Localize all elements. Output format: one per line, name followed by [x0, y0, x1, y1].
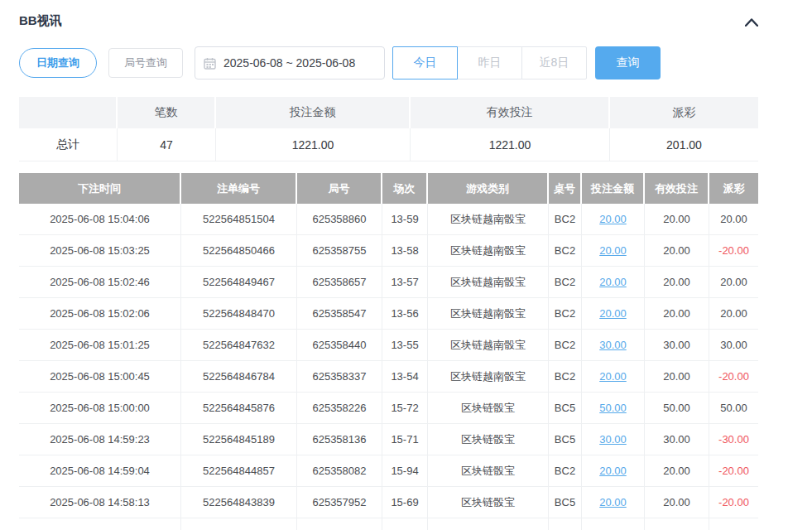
cell-round-id: 625358755 [297, 235, 382, 267]
cell-round-id: 625357952 [297, 487, 382, 518]
cell-round-id: 625358082 [297, 455, 382, 487]
bet-amount-link[interactable]: 20.00 [599, 370, 627, 383]
summary-total-payout: 201.00 [610, 128, 758, 161]
cell-valid-bet [645, 518, 709, 530]
cell-session: 13-54 [382, 361, 428, 393]
header-valid-bet: 有效投注 [645, 173, 709, 204]
summary-total-count: 47 [118, 128, 216, 161]
bet-amount-link[interactable]: 20.00 [599, 244, 627, 257]
table-row: 2025-06-08 15:01:25522564847632625358440… [19, 330, 758, 361]
summary-table: 笔数 投注金额 有效投注 派彩 总计 47 1221.00 1221.00 20… [19, 97, 758, 161]
collapse-button[interactable] [742, 13, 761, 31]
cell-bet-amount: 50.00 [582, 393, 645, 424]
cell-bet-id [181, 518, 297, 530]
header-payout: 派彩 [709, 173, 758, 204]
bet-amount-link[interactable]: 20.00 [599, 307, 627, 320]
cell-bet-time: 2025-06-08 15:03:25 [19, 235, 181, 267]
cell-bet-id: 522564847632 [181, 330, 297, 361]
cell-session: 15-69 [382, 487, 428, 518]
bet-amount-link[interactable]: 20.00 [599, 496, 627, 508]
cell-round-id: 625358440 [297, 330, 382, 361]
cell-bet-id: 522564844857 [181, 455, 297, 487]
cell-bet-time: 2025-06-08 15:02:06 [19, 298, 181, 330]
cell-table-no: BC2 [549, 235, 582, 267]
cell-bet-time: 2025-06-08 14:58:13 [19, 487, 181, 518]
cell-payout: 20.00 [709, 298, 758, 330]
cell-payout [709, 518, 758, 530]
cell-payout: 20.00 [709, 204, 758, 235]
summary-header-bet-amount: 投注金额 [216, 97, 411, 128]
summary-header-valid-bet: 有效投注 [411, 97, 610, 128]
cell-payout: 20.00 [709, 267, 758, 298]
cell-bet-time [19, 518, 181, 530]
cell-valid-bet: 20.00 [645, 204, 709, 235]
bet-amount-link[interactable]: 20.00 [599, 465, 627, 477]
calendar-icon [204, 57, 216, 70]
header-bet-id: 注单编号 [181, 173, 297, 204]
cell-valid-bet: 30.00 [645, 424, 709, 455]
date-range-input[interactable]: 2025-06-08 ~ 2025-06-08 [195, 46, 385, 80]
cell-game-type: 区块链骰宝 [428, 393, 549, 424]
cell-game-type: 区块链骰宝 [428, 424, 549, 455]
cell-session: 13-55 [382, 330, 428, 361]
date-range-value: 2025-06-08 ~ 2025-06-08 [223, 56, 355, 70]
cell-game-type: 区块链越南骰宝 [428, 204, 549, 235]
cell-session: 13-56 [382, 298, 428, 330]
bet-amount-link[interactable]: 30.00 [599, 433, 627, 446]
table-row: 2025-06-08 14:59:04522564844857625358082… [19, 455, 758, 487]
cell-game-type: 区块链越南骰宝 [428, 361, 549, 393]
date-query-tab[interactable]: 日期查询 [19, 48, 97, 78]
table-row: 2025-06-08 14:58:13522564843839625357952… [19, 487, 758, 518]
cell-table-no: BC5 [549, 487, 582, 518]
cell-bet-id: 522564845189 [181, 424, 297, 455]
cell-table-no: BC2 [549, 330, 582, 361]
cell-bet-amount [582, 518, 645, 530]
cell-valid-bet: 20.00 [645, 235, 709, 267]
quick-range-today[interactable]: 今日 [392, 46, 458, 80]
table-row: 2025-06-08 15:02:46522564849467625358657… [19, 267, 758, 298]
cell-session: 15-94 [382, 455, 428, 487]
cell-bet-time: 2025-06-08 14:59:04 [19, 455, 181, 487]
cell-payout: 30.00 [709, 330, 758, 361]
cell-bet-amount: 20.00 [582, 487, 645, 518]
cell-bet-amount: 20.00 [582, 455, 645, 487]
cell-payout: -30.00 [709, 424, 758, 455]
cell-session [382, 518, 428, 530]
cell-bet-amount: 30.00 [582, 424, 645, 455]
round-query-tab[interactable]: 局号查询 [108, 48, 183, 78]
header-table-no: 桌号 [549, 173, 582, 204]
bb-video-panel: BB视讯 日期查询 局号查询 2025-06-08 ~ 2025-06-08 今… [0, 0, 812, 530]
cell-valid-bet: 20.00 [645, 455, 709, 487]
cell-bet-time: 2025-06-08 15:02:46 [19, 267, 181, 298]
cell-game-type: 区块链越南骰宝 [428, 330, 549, 361]
table-row: 2025-06-08 15:04:06522564851504625358860… [19, 204, 758, 235]
cell-bet-amount: 20.00 [582, 361, 645, 393]
quick-range-yesterday[interactable]: 昨日 [457, 46, 522, 80]
cell-bet-id: 522564849467 [181, 267, 297, 298]
cell-valid-bet: 50.00 [645, 393, 709, 424]
summary-header-row: 笔数 投注金额 有效投注 派彩 [19, 97, 758, 128]
bet-amount-link[interactable]: 30.00 [599, 339, 627, 351]
cell-payout: -20.00 [709, 361, 758, 393]
cell-bet-amount: 20.00 [582, 267, 645, 298]
cell-bet-id: 522564845876 [181, 393, 297, 424]
cell-session: 15-72 [382, 393, 428, 424]
cell-bet-time: 2025-06-08 15:01:25 [19, 330, 181, 361]
cell-bet-amount: 20.00 [582, 235, 645, 267]
cell-table-no: BC5 [549, 393, 582, 424]
cell-bet-time: 2025-06-08 14:59:23 [19, 424, 181, 455]
summary-total-valid-bet: 1221.00 [411, 128, 610, 161]
table-row: 2025-06-08 15:03:25522564850466625358755… [19, 235, 758, 267]
cell-game-type: 区块链骰宝 [428, 455, 549, 487]
bet-amount-link[interactable]: 20.00 [599, 276, 627, 288]
bet-amount-link[interactable]: 20.00 [599, 213, 627, 225]
quick-range-last8days[interactable]: 近8日 [521, 46, 587, 80]
cell-valid-bet: 30.00 [645, 330, 709, 361]
bet-amount-link[interactable]: 50.00 [599, 402, 627, 414]
summary-total-row: 总计 47 1221.00 1221.00 201.00 [19, 128, 758, 161]
cell-bet-amount: 20.00 [582, 298, 645, 330]
cell-bet-id: 522564843839 [181, 487, 297, 518]
summary-total-bet-amount: 1221.00 [216, 128, 411, 161]
search-button[interactable]: 查询 [595, 46, 661, 80]
cell-game-type [428, 518, 549, 530]
